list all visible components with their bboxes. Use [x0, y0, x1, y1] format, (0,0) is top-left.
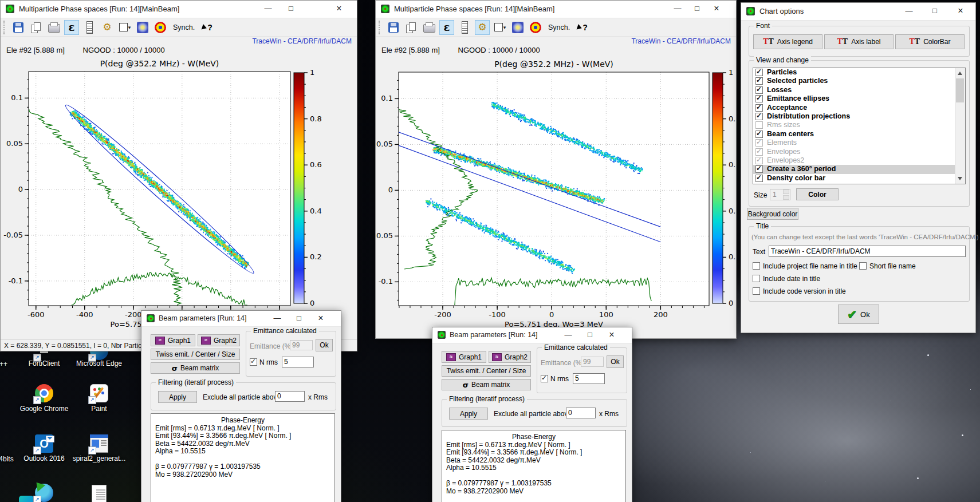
graph2-button[interactable]: ≈Graph2 [198, 334, 240, 346]
include-version-checkbox[interactable] [753, 287, 760, 295]
scale-button[interactable] [82, 20, 97, 35]
twiss-button[interactable]: Twiss emit. / Center / Size [151, 349, 240, 360]
close-button[interactable]: × [312, 311, 329, 326]
nrms-input[interactable]: 5 [573, 373, 605, 384]
checkbox[interactable]: ✓ [755, 86, 763, 94]
phase-space-plot-1[interactable]: P(deg @352.2 MHz) - W(MeV)-600-400-20002… [1, 56, 357, 339]
icon-label[interactable]: Google Chrome [15, 405, 73, 413]
view-option-create-a-360-period[interactable]: ✓Create a 360° period [753, 165, 965, 173]
emittance-percent-input[interactable]: 99 [290, 340, 313, 350]
view-option-rms-sizes[interactable]: Rms sizes [753, 121, 965, 129]
target-view-button[interactable] [153, 20, 168, 35]
color-button[interactable]: Color [796, 188, 839, 200]
scroll-up-icon[interactable] [958, 72, 962, 75]
checkbox[interactable]: ✓ [755, 69, 763, 76]
graph1-button[interactable]: ≈Graph1 [151, 334, 195, 346]
scrollbar[interactable] [955, 68, 965, 184]
save-button[interactable] [11, 20, 26, 35]
partial-icon-label[interactable]: 4bits [0, 455, 16, 463]
minimize-button[interactable]: — [560, 327, 577, 342]
close-button[interactable]: × [603, 327, 620, 342]
desktop-icon-spiral2[interactable]: ↗ [90, 434, 108, 453]
close-button[interactable]: × [707, 1, 726, 17]
icon-label[interactable]: spiral2_generat... [65, 454, 133, 463]
view-option-losses[interactable]: ✓Losses [753, 86, 965, 94]
context-help-button[interactable]: ? [577, 23, 588, 32]
title-bar[interactable]: Beam parameters [Run: 14] — □ × [141, 311, 341, 327]
print-button[interactable] [46, 20, 61, 35]
title-bar[interactable]: Multiparticle Phase spaces [Run: 14][Mai… [376, 1, 736, 18]
beam-matrix-button[interactable]: σBeam matrix [151, 362, 240, 374]
minimize-button[interactable]: — [899, 3, 919, 19]
colorbar-font-button[interactable]: TT ColorBar [895, 34, 965, 49]
view-option-beam-centers[interactable]: ✓Beam centers [753, 130, 965, 139]
icon-label[interactable]: Paint [70, 405, 128, 413]
context-help-button[interactable]: ? [202, 23, 212, 32]
axis-legend-font-button[interactable]: TT Axis legend [753, 34, 822, 49]
desktop-icon-outlook[interactable]: O↗ [35, 434, 53, 453]
maximize-button[interactable]: □ [687, 1, 707, 17]
target-view-button[interactable] [528, 20, 543, 35]
partial-icon-label[interactable]: ++ [0, 360, 9, 368]
apply-button[interactable]: Apply [158, 391, 197, 403]
spin-up-icon[interactable] [783, 189, 789, 194]
minimize-button[interactable]: — [258, 1, 278, 17]
graph1-button[interactable]: ≈Graph1 [442, 351, 486, 363]
twiss-button[interactable]: Twiss emit. / Center / Size [442, 365, 531, 377]
checkbox[interactable]: ✓ [755, 175, 763, 182]
nrms-input[interactable]: 5 [282, 357, 314, 367]
synch-label[interactable]: Synch. [548, 23, 570, 31]
emittance-button[interactable]: ε [439, 20, 454, 35]
title-bar[interactable]: Multiparticle Phase spaces [Run: 14][Mai… [1, 1, 357, 18]
graph2-button[interactable]: ≈Graph2 [489, 351, 531, 363]
short-file-name-checkbox[interactable] [859, 262, 867, 270]
checkbox[interactable] [755, 121, 763, 129]
chart-options-button[interactable]: ⚙ [100, 20, 115, 35]
icon-label[interactable]: Microsoft Edge [70, 359, 128, 367]
close-button[interactable]: × [329, 1, 349, 17]
view-option-emittance-ellipses[interactable]: ✓Emittance ellipses [753, 94, 965, 103]
density-view-button[interactable] [135, 20, 150, 35]
checkbox[interactable]: ✓ [755, 104, 763, 112]
checkbox[interactable]: ✓ [755, 165, 763, 173]
copy-button[interactable] [29, 20, 44, 35]
title-bar[interactable]: Chart options — □ × [741, 3, 975, 21]
beam-matrix-button[interactable]: σBeam matrix [442, 379, 531, 390]
nrms-checkbox[interactable]: ✓ [250, 358, 257, 366]
checkbox[interactable]: ✓ [755, 77, 763, 85]
checkbox[interactable]: ✓ [755, 157, 763, 164]
minimize-button[interactable]: — [668, 1, 687, 17]
view-option-acceptance[interactable]: ✓Acceptance [753, 104, 965, 112]
density-view-button[interactable] [510, 20, 525, 35]
apply-button[interactable]: Apply [449, 408, 488, 420]
save-button[interactable] [386, 20, 401, 35]
copy-button[interactable] [404, 20, 419, 35]
chart-options-button[interactable]: ⚙ [475, 20, 490, 35]
scale-button[interactable] [457, 20, 472, 35]
ok-button[interactable]: Ok [607, 355, 624, 368]
synch-label[interactable]: Synch. [173, 23, 195, 31]
scroll-down-icon[interactable] [958, 177, 962, 180]
desktop-icon-document[interactable] [90, 485, 108, 502]
maximize-button[interactable]: □ [925, 3, 944, 19]
checkbox[interactable]: ✓ [755, 148, 763, 156]
emittance-button[interactable]: ε [64, 20, 79, 35]
ok-button[interactable]: Ok [316, 339, 333, 351]
toolbar-grip[interactable] [3, 21, 6, 34]
toolbar-grip[interactable] [379, 21, 381, 34]
view-option-elements[interactable]: ✓Elements [753, 139, 965, 147]
desktop-icon-paint[interactable]: ↗ [90, 384, 108, 402]
view-option-selected-particles[interactable]: ✓Selected particles [753, 77, 965, 85]
exclude-input[interactable]: 0 [275, 391, 305, 402]
maximize-button[interactable]: □ [290, 311, 308, 326]
view-option-envelopes[interactable]: ✓Envelopes [753, 148, 965, 156]
view-option-distribtution-projections[interactable]: ✓Distribtution projections [753, 112, 965, 121]
phase-space-plot-2[interactable]: P(deg @352.2 MHz) - W(MeV)-200-100010020… [376, 56, 736, 336]
emittance-percent-input[interactable]: 99 [581, 357, 604, 367]
background-color-button[interactable]: Backgroud color [747, 208, 798, 220]
view-option-density-color-bar[interactable]: ✓Density color bar [753, 174, 965, 183]
nrms-checkbox[interactable]: ✓ [541, 375, 548, 382]
include-project-checkbox[interactable] [753, 262, 760, 270]
checkbox[interactable]: ✓ [755, 139, 763, 147]
marker-shape-button[interactable]: ▾ [493, 20, 507, 35]
